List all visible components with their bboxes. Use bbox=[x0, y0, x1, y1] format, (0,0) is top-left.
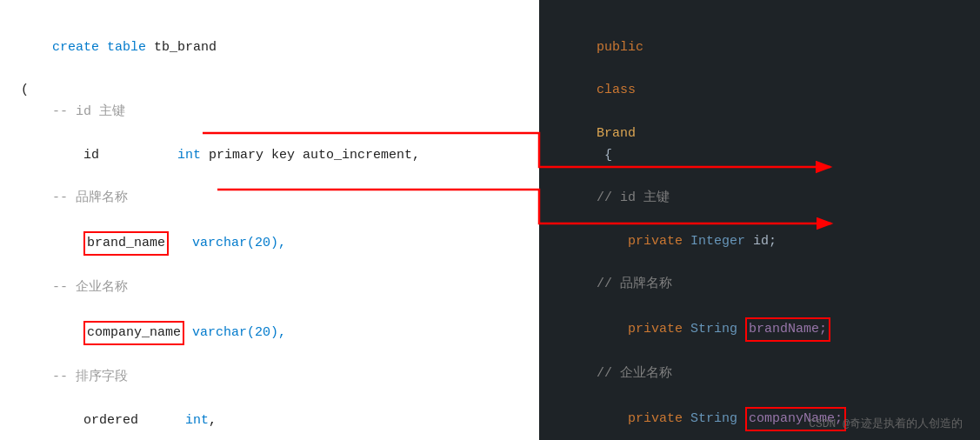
sql-comment-company: -- 企业名称 bbox=[21, 277, 518, 299]
sql-comment-id: -- id 主键 bbox=[21, 102, 518, 123]
kw-class: class bbox=[597, 83, 636, 97]
sql-line-id: id int primary key auto_increment, bbox=[21, 123, 518, 188]
footer-text: CSDN @奇迹是执着的人创造的 bbox=[809, 416, 963, 431]
sql-line-company-name: company_name varchar(20), bbox=[21, 299, 518, 367]
java-field-companyname: private String companyName; bbox=[565, 385, 959, 440]
sql-line-ordered: ordered int, bbox=[21, 389, 518, 440]
sql-comment-ordered: -- 排序字段 bbox=[21, 367, 518, 389]
java-field-id: private Integer id; bbox=[565, 210, 959, 274]
sql-line-open: ( bbox=[21, 80, 518, 102]
class-name: Brand bbox=[597, 126, 636, 141]
java-field-brandname: private String brandName; bbox=[565, 296, 959, 363]
kw-create: create bbox=[52, 40, 99, 55]
right-panel: public class Brand { // id 主键 private In… bbox=[539, 0, 980, 440]
java-comment-company: // 企业名称 bbox=[565, 363, 959, 385]
sql-line-create: create table tb_brand bbox=[21, 16, 518, 80]
java-class-decl: public class Brand { bbox=[565, 16, 959, 188]
sql-line-brand-name: brand_name varchar(20), bbox=[21, 210, 518, 277]
sql-comment-brand: -- 品牌名称 bbox=[21, 188, 518, 210]
kw-public: public bbox=[597, 40, 643, 55]
java-comment-id: // id 主键 bbox=[565, 188, 959, 210]
company-name-highlight: company_name bbox=[83, 321, 184, 346]
left-panel: create table tb_brand ( -- id 主键 id int … bbox=[0, 0, 539, 440]
java-comment-brand: // 品牌名称 bbox=[565, 274, 959, 296]
brand-name-highlight: brand_name bbox=[83, 231, 169, 257]
kw-table: table bbox=[107, 40, 146, 55]
brand-name-java-highlight: brandName; bbox=[745, 317, 830, 343]
